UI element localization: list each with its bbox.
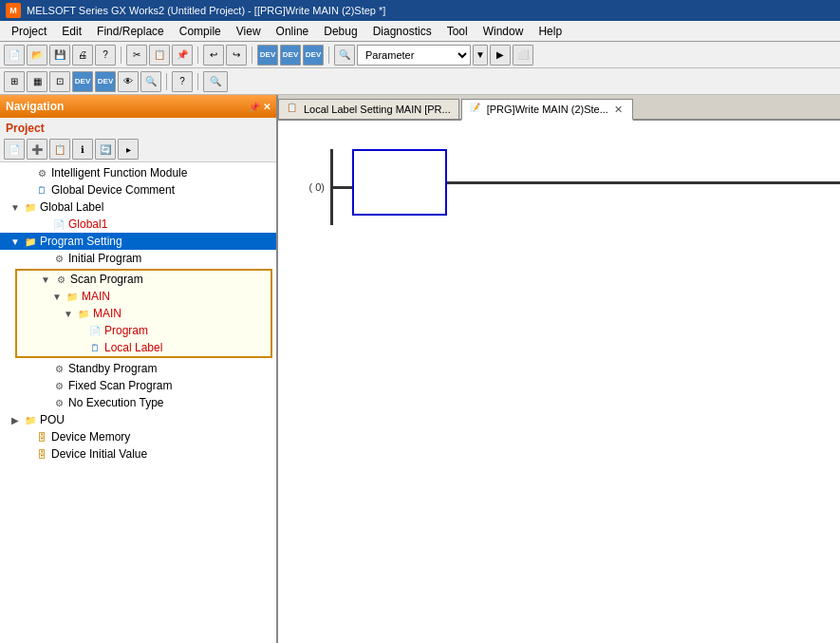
sep2 [197, 47, 198, 64]
tb2-btn4[interactable]: DEV [72, 71, 93, 92]
db-icon-device-initial: 🗄 [34, 446, 49, 462]
tree-item-global-label[interactable]: ▼ 📁 Global Label [0, 199, 276, 216]
tree-item-intelligent[interactable]: ⚙ Intelligent Function Module [0, 164, 276, 181]
menu-bar: Project Edit Find/Replace Compile View O… [0, 21, 840, 42]
tree-item-global1[interactable]: 📄 Global1 [0, 216, 276, 233]
toolbar2: ⊞ ▦ ⊡ DEV DEV 👁 🔍 ? 🔍 [0, 68, 840, 95]
tb2-search2[interactable]: 🔍 [203, 71, 228, 92]
nav-close-icon[interactable]: ✕ [263, 102, 271, 112]
scan-program-box: ▼ ⚙ Scan Program ▼ 📁 MAIN ▼ 📁 MAIN [15, 269, 272, 358]
menu-view[interactable]: View [229, 23, 269, 40]
nav-add-btn[interactable]: ➕ [27, 139, 47, 160]
tree-label-device-initial: Device Initial Value [51, 447, 147, 461]
tree-item-scan-program[interactable]: ▼ ⚙ Scan Program [17, 271, 271, 288]
nav-info-btn[interactable]: ℹ [72, 139, 93, 160]
gear-icon-intelligent: ⚙ [34, 165, 49, 180]
tree-item-fixed-scan[interactable]: ⚙ Fixed Scan Program [0, 377, 276, 394]
nav-menu-btn[interactable]: ▸ [118, 139, 139, 160]
help-button[interactable]: ? [95, 45, 116, 66]
parameter-dropdown[interactable]: Parameter [357, 45, 471, 66]
nav-toolbar: 📄 ➕ 📋 ℹ 🔄 ▸ [0, 137, 276, 162]
nav-title: Navigation [6, 100, 64, 113]
page-icon-gdc: 🗒 [34, 182, 49, 198]
tb2-btn7[interactable]: 🔍 [140, 71, 161, 92]
menu-project[interactable]: Project [4, 23, 54, 40]
menu-help[interactable]: Help [531, 23, 569, 40]
folder-icon-pou: 📁 [23, 412, 38, 427]
tb2-btn6[interactable]: 👁 [118, 71, 139, 92]
dev-btn1[interactable]: DEV [257, 45, 278, 66]
menu-edit[interactable]: Edit [54, 23, 89, 40]
menu-online[interactable]: Online [269, 23, 317, 40]
cut-button[interactable]: ✂ [126, 45, 147, 66]
app-icon: M [6, 3, 21, 18]
tab-label-local-label: Local Label Setting MAIN [PR... [304, 104, 451, 115]
red-icon-global1: 📄 [51, 217, 66, 232]
tree-item-no-execution[interactable]: ⚙ No Execution Type [0, 394, 276, 411]
nav-copy-btn[interactable]: 📋 [49, 139, 70, 160]
tb2-help[interactable]: ? [172, 71, 193, 92]
tab-local-label[interactable]: 📋 Local Label Setting MAIN [PR... [278, 99, 459, 119]
tree-item-initial-program[interactable]: ⚙ Initial Program [0, 250, 276, 267]
prog-icon-program: 📄 [87, 323, 103, 338]
new-button[interactable]: 📄 [4, 45, 25, 66]
h-line-continue [447, 181, 840, 184]
tree-item-main2[interactable]: ▼ 📁 MAIN [17, 305, 271, 322]
tree-item-device-memory[interactable]: 🗄 Device Memory [0, 428, 276, 445]
menu-tool[interactable]: Tool [439, 23, 476, 40]
copy-button[interactable]: 📋 [149, 45, 170, 66]
tree-item-global-device-comment[interactable]: 🗒 Global Device Comment [0, 181, 276, 199]
search-icon[interactable]: 🔍 [334, 45, 355, 66]
tab-icon-local-label: 📋 [287, 103, 300, 116]
nav-pin-icon[interactable]: 📌 [249, 102, 260, 112]
open-button[interactable]: 📂 [27, 45, 47, 66]
project-label: Project [0, 118, 276, 137]
print-button[interactable]: 🖨 [72, 45, 93, 66]
tree-item-standby[interactable]: ⚙ Standby Program [0, 360, 276, 377]
dev-btn2[interactable]: DEV [280, 45, 301, 66]
tree-label-gdc: Global Device Comment [51, 183, 175, 197]
tab-bar: 📋 Local Label Setting MAIN [PR... 📝 [PRG… [278, 95, 840, 121]
tb-extra[interactable]: ▶ [490, 45, 511, 66]
tree-item-device-initial[interactable]: 🗄 Device Initial Value [0, 445, 276, 463]
ladder-element-box[interactable] [352, 149, 447, 216]
menu-compile[interactable]: Compile [172, 23, 229, 40]
navigation-panel: Navigation 📌 ✕ Project 📄 ➕ 📋 ℹ 🔄 ▸ ⚙ Int… [0, 95, 278, 643]
menu-find-replace[interactable]: Find/Replace [89, 23, 172, 40]
tree-label-program: Program [104, 324, 148, 337]
nav-refresh-btn[interactable]: 🔄 [95, 139, 116, 160]
tree-label-intelligent: Intelligent Function Module [51, 166, 187, 180]
dropdown-arrow[interactable]: ▼ [473, 45, 488, 66]
nav-new-btn[interactable]: 📄 [4, 139, 25, 160]
expand-icon-program-setting: ▼ [9, 236, 21, 247]
tab-prg-write[interactable]: 📝 [PRG]Write MAIN (2)Ste... ✕ [461, 99, 633, 121]
gear-icon-fixed-scan: ⚙ [51, 378, 66, 393]
tb2-btn1[interactable]: ⊞ [4, 71, 25, 92]
expand-icon-main2: ▼ [63, 309, 74, 319]
tree-item-local-label[interactable]: 🗒 Local Label [17, 339, 271, 356]
h-line [333, 186, 352, 189]
paste-button[interactable]: 📌 [172, 45, 193, 66]
tab-label-prg-write: [PRG]Write MAIN (2)Ste... [487, 104, 608, 115]
tb2-btn3[interactable]: ⊡ [49, 71, 70, 92]
menu-window[interactable]: Window [476, 23, 532, 40]
tree-item-pou[interactable]: ▶ 📁 POU [0, 411, 276, 428]
rung-0: ( 0) [278, 149, 840, 225]
undo-button[interactable]: ↩ [203, 45, 224, 66]
program-canvas: ( 0) [278, 121, 840, 643]
menu-debug[interactable]: Debug [316, 23, 364, 40]
tree-item-program[interactable]: 📄 Program [17, 322, 271, 339]
dev-btn3[interactable]: DEV [303, 45, 324, 66]
save-button[interactable]: 💾 [49, 45, 70, 66]
gear-icon-no-exec: ⚙ [51, 395, 66, 410]
tb2-btn2[interactable]: ▦ [27, 71, 47, 92]
tree-item-main1[interactable]: ▼ 📁 MAIN [17, 288, 271, 305]
expand-icon-pou: ▶ [9, 415, 21, 426]
tab-close-prg-write[interactable]: ✕ [612, 104, 625, 116]
tree-label-pou: POU [40, 413, 65, 426]
maximize-icon[interactable]: ⬜ [513, 45, 533, 66]
tree-item-program-setting[interactable]: ▼ 📁 Program Setting [0, 233, 276, 250]
redo-button[interactable]: ↪ [226, 45, 247, 66]
tb2-btn5[interactable]: DEV [95, 71, 116, 92]
menu-diagnostics[interactable]: Diagnostics [365, 23, 439, 40]
